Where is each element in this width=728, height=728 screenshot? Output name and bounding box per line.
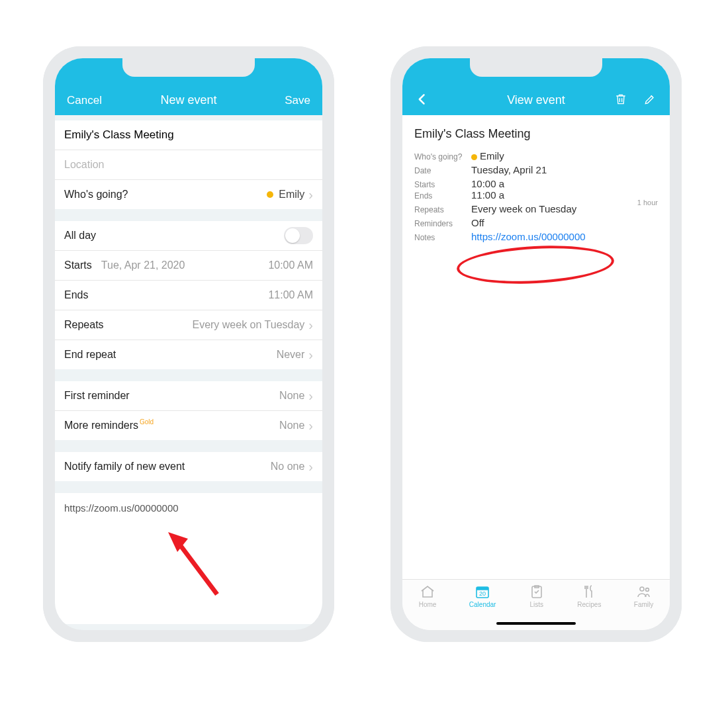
chevron-right-icon: ›: [308, 348, 313, 361]
tab-home[interactable]: Home: [419, 584, 437, 608]
all-day-row: All day: [55, 221, 322, 250]
date-value: Tuesday, April 21: [471, 164, 547, 175]
date-label: Date: [414, 166, 471, 175]
chevron-right-icon: ›: [308, 419, 313, 432]
whos-going-value: Emily: [480, 150, 504, 161]
end-repeat-row[interactable]: End repeat Never›: [55, 340, 322, 369]
notify-family-row[interactable]: Notify family of new event No one›: [55, 452, 322, 481]
tab-label: Lists: [530, 601, 544, 608]
starts-label: Starts: [414, 180, 471, 189]
notch: [470, 58, 602, 77]
first-reminder-label: First reminder: [64, 390, 130, 402]
phone-mockup-view-event: View event Emily's: [390, 46, 682, 642]
back-button[interactable]: [414, 91, 430, 107]
ends-label: Ends: [414, 191, 471, 201]
tab-label: Calendar: [469, 601, 496, 608]
svg-rect-3: [477, 587, 488, 590]
location-placeholder: Location: [64, 159, 105, 171]
repeats-value: Every week on Tuesday: [471, 203, 576, 214]
more-reminders-value: None: [279, 420, 304, 432]
tab-label: Recipes: [577, 601, 601, 608]
starts-time: 10:00 AM: [268, 259, 313, 271]
screen: View event Emily's: [402, 58, 670, 630]
home-indicator: [496, 622, 576, 625]
notes-link[interactable]: https://zoom.us/00000000: [471, 231, 586, 242]
notes-row: Notes https://zoom.us/00000000: [414, 231, 658, 242]
chevron-right-icon: ›: [308, 389, 313, 402]
repeats-value: Every week on Tuesday: [192, 319, 304, 331]
location-field[interactable]: Location: [55, 150, 322, 179]
duration-value: 1 hour: [637, 199, 658, 206]
tab-calendar[interactable]: 20 Calendar: [469, 584, 496, 608]
tab-family[interactable]: Family: [634, 584, 653, 608]
tab-label: Family: [634, 601, 653, 608]
whos-going-row[interactable]: Who's going? Emily›: [55, 179, 322, 209]
save-button[interactable]: Save: [285, 94, 310, 107]
all-day-toggle[interactable]: [284, 227, 313, 244]
more-reminders-label: More reminders: [64, 420, 138, 431]
all-day-label: All day: [64, 230, 96, 242]
cancel-button[interactable]: Cancel: [67, 94, 102, 107]
tab-lists[interactable]: Lists: [529, 584, 545, 608]
event-details: Emily's Class Meeting Who's going? Emily…: [402, 115, 670, 579]
end-repeat-label: End repeat: [64, 349, 116, 361]
notes-field[interactable]: https://zoom.us/00000000: [55, 493, 322, 624]
more-reminders-row[interactable]: More remindersGold None›: [55, 410, 322, 440]
first-reminder-value: None: [279, 390, 304, 402]
whos-going-label: Who's going?: [414, 152, 471, 161]
starts-date: Tue, Apr 21, 2020: [101, 259, 185, 271]
reminders-row: Reminders Off: [414, 217, 658, 228]
repeats-label: Repeats: [414, 205, 471, 214]
starts-row[interactable]: Starts Tue, Apr 21, 2020 10:00 AM: [55, 250, 322, 280]
ends-value: 11:00 a: [471, 189, 504, 201]
whos-going-row: Who's going? Emily: [414, 150, 658, 161]
whos-going-value: Emily: [279, 189, 304, 201]
member-color-dot: [267, 191, 273, 198]
screen: Cancel New event Save Emily's Class Meet…: [55, 58, 322, 630]
event-title-field[interactable]: Emily's Class Meeting: [55, 120, 322, 150]
chevron-right-icon: ›: [308, 460, 313, 473]
ends-row[interactable]: Ends 11:00 AM: [55, 280, 322, 310]
ends-row: Ends 11:00 a: [414, 189, 658, 201]
whos-going-label: Who's going?: [64, 189, 128, 201]
date-row: Date Tuesday, April 21: [414, 164, 658, 175]
starts-value: 10:00 a: [471, 178, 504, 189]
repeats-row: Repeats Every week on Tuesday: [414, 203, 658, 214]
first-reminder-row[interactable]: First reminder None›: [55, 381, 322, 410]
chevron-right-icon: ›: [308, 188, 313, 201]
repeats-label: Repeats: [64, 319, 104, 331]
tab-recipes[interactable]: Recipes: [577, 584, 601, 608]
svg-point-6: [645, 588, 649, 592]
member-color-dot: [471, 154, 477, 160]
starts-row: Starts 10:00 a 1 hour: [414, 178, 658, 189]
tab-label: Home: [419, 601, 437, 608]
edit-button[interactable]: [642, 91, 658, 107]
gold-badge: Gold: [140, 418, 154, 426]
reminders-label: Reminders: [414, 219, 471, 228]
starts-label: Starts: [64, 259, 92, 271]
end-repeat-value: Never: [277, 349, 305, 361]
notes-label: Notes: [414, 233, 471, 242]
circle-annotation: [456, 242, 615, 287]
repeats-row[interactable]: Repeats Every week on Tuesday›: [55, 310, 322, 340]
phone-mockup-new-event: Cancel New event Save Emily's Class Meet…: [43, 46, 334, 642]
chevron-right-icon: ›: [308, 318, 313, 332]
notes-value: https://zoom.us/00000000: [64, 502, 179, 514]
ends-time: 11:00 AM: [268, 289, 313, 301]
notify-family-label: Notify family of new event: [64, 461, 185, 473]
event-title-value: Emily's Class Meeting: [64, 128, 174, 142]
event-title: Emily's Class Meeting: [414, 127, 658, 141]
svg-point-5: [640, 587, 644, 591]
notch: [122, 58, 255, 77]
calendar-day: 20: [479, 590, 486, 597]
delete-button[interactable]: [613, 91, 629, 107]
ends-label: Ends: [64, 289, 88, 301]
reminders-value: Off: [471, 217, 484, 228]
notify-family-value: No one: [271, 461, 305, 473]
